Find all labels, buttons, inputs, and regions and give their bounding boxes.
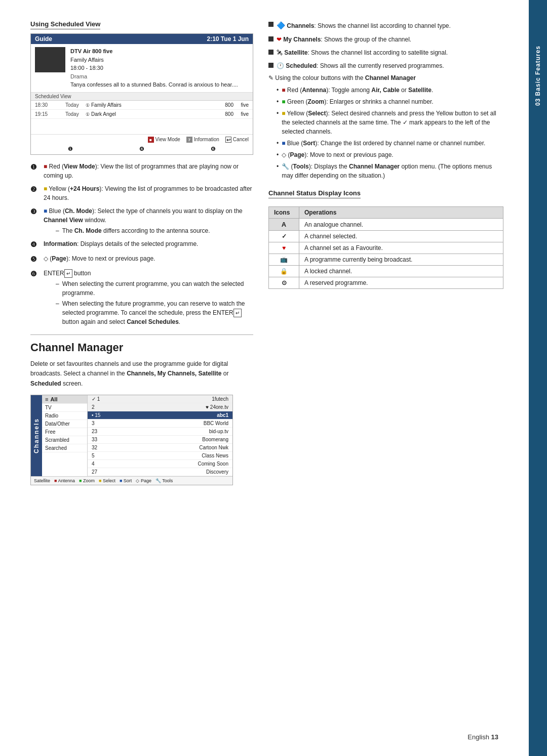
view-mode-btn: ■ View Mode xyxy=(148,137,180,143)
right-bullet-satellite: 🛰 Satellite: Shows the channel list acco… xyxy=(268,48,503,57)
sq-bullet-scheduled xyxy=(268,63,274,68)
channel-status-heading: Channel Status Display Icons xyxy=(268,189,361,198)
cm-top-row-1: ✓ 1 1futech xyxy=(88,395,232,403)
cm-left-searched: Searched xyxy=(42,444,87,452)
guide-genre: Drama xyxy=(70,72,238,81)
colour-yellow: • ■ Yellow (Select): Select desired chan… xyxy=(277,109,503,136)
bullet-num-3: ❸ xyxy=(30,206,41,217)
page-footer: English 13 xyxy=(467,733,498,741)
right-bullet-channels-text: 🔷 Channels: Shows the channel list accor… xyxy=(277,20,451,31)
enter-icon-2: ↵ xyxy=(233,309,242,317)
cancel-btn: ↩ Cancel xyxy=(225,137,249,143)
bullet-num-4: ❹ xyxy=(30,239,41,250)
bullet-3-sub: – The Ch. Mode differs according to the … xyxy=(56,226,253,235)
colour-red: • ■ Red (Antenna): Toggle among Air, Cab… xyxy=(277,86,503,95)
dot-red: • xyxy=(277,86,279,95)
sidebar-tab: 03 Basic Features xyxy=(529,0,547,756)
right-bullet-mychannels-text: ❤ My Channels: Shows the group of the ch… xyxy=(277,35,411,44)
sched-prog-2: ①Dark Angel xyxy=(86,111,216,117)
left-bullet-list: ❶ ■ Red (View Mode): View the list of pr… xyxy=(30,162,253,327)
status-op-broadcast: A programme currently being broadcast. xyxy=(299,254,503,266)
status-icon-fav: ♥ xyxy=(269,242,299,254)
status-icon-analog: A xyxy=(269,219,299,231)
cm-top-row-2: 2 ♥ 24ore.tv xyxy=(88,403,232,411)
colour-tools: • 🔧 (Tools): Displays the Channel Manage… xyxy=(277,162,503,180)
dash-icon: – xyxy=(56,226,59,235)
scheduled-view-heading: Using Scheduled View xyxy=(30,20,100,29)
guide-desc: Tanya confesses all to a stunned Babs. C… xyxy=(70,80,238,89)
ch-num-bid: 23 xyxy=(92,429,97,434)
guide-title: Guide xyxy=(35,35,52,43)
bullet-3: ❸ ■ Blue (Ch. Mode): Select the type of … xyxy=(30,206,253,235)
sub-text-6a: When selecting the current programme, yo… xyxy=(62,279,253,298)
satellite-icon: 🛰 xyxy=(277,49,283,56)
guide-details: DTV Air 800 five Family Affairs 18:00 - … xyxy=(70,47,238,89)
bullet-num-1: ❶ xyxy=(30,162,41,173)
bullet-num-5: ❺ xyxy=(30,254,41,265)
sq-bullet-satellite xyxy=(268,50,274,55)
enter-icon: ↵ xyxy=(64,269,72,278)
status-op-selected: A channel selected. xyxy=(299,231,503,242)
yellow-sq-icon: ■ xyxy=(282,110,285,117)
cm-row-boom: 33 Boomerang xyxy=(88,436,232,444)
heart-icon: ❤ xyxy=(277,36,282,43)
bullet-text-6: ENTER↵ button – When selecting the curre… xyxy=(44,269,253,327)
guide-header: Guide 2:10 Tue 1 Jun xyxy=(31,34,253,44)
free-label: Free xyxy=(45,429,56,435)
section-divider xyxy=(30,334,253,335)
sq-bullet-mychannels xyxy=(268,36,274,41)
channels-icon: 🔷 xyxy=(277,21,285,29)
status-op-locked: A locked channel. xyxy=(299,266,503,277)
footer-tools: 🔧 Tools xyxy=(155,478,173,483)
status-col-operations: Operations xyxy=(299,207,503,219)
sched-ch-1: 800 xyxy=(216,102,233,108)
ch-name-boom: Boomerang xyxy=(202,437,228,442)
sched-type-1: five xyxy=(233,102,249,108)
sched-type-2: five xyxy=(233,111,249,117)
status-row-broadcast: 📺 A programme currently being broadcast. xyxy=(269,254,503,266)
green-sq-icon: ■ xyxy=(282,98,285,105)
ch-num-disc: 27 xyxy=(92,469,97,475)
dot-yellow: • xyxy=(277,109,279,118)
bullet-text-4: Information: Displays details of the sel… xyxy=(44,239,198,248)
ch-name-bid: bid-up.tv xyxy=(209,429,228,434)
status-row-selected: ✓ A channel selected. xyxy=(269,231,503,242)
dot-page: • xyxy=(277,150,279,159)
yellow-square-icon: ■ xyxy=(44,185,47,192)
status-row-analog: A An analogue channel. xyxy=(269,219,503,231)
bullet-text-1: ■ Red (View Mode): View the list of prog… xyxy=(44,162,253,180)
footer-zoom: ■ Zoom xyxy=(79,478,95,483)
bullet-4: ❹ Information: Displays details of the s… xyxy=(30,239,253,250)
right-bullet-scheduled-text: 🕐 Scheduled: Shows all the currently res… xyxy=(277,61,444,70)
ch-name-disc: Discovery xyxy=(206,469,228,475)
guide-channel: DTV Air 800 five xyxy=(70,47,238,56)
red-sq-icon: ■ xyxy=(282,87,285,94)
guide-datetime: 2:10 Tue 1 Jun xyxy=(207,35,249,43)
guide-footer: ■ View Mode 7 Information ↩ Cancel xyxy=(31,134,253,145)
ch-num-boom: 33 xyxy=(92,437,97,442)
sq-bullet-channels xyxy=(268,22,274,27)
red-btn: ■ xyxy=(148,137,154,143)
bullet-6: ❻ ENTER↵ button – When selecting the cur… xyxy=(30,269,253,327)
footer-satellite: Satellite xyxy=(34,478,50,483)
top-row2-right: ♥ 24ore.tv xyxy=(206,404,228,410)
cm-left-tv: TV xyxy=(42,404,87,412)
cm-right-panel: ✓ 1 1futech 2 ♥ 24ore.tv • 15 abc1 xyxy=(88,395,232,476)
bullet-text-3: ■ Blue (Ch. Mode): Select the type of ch… xyxy=(44,206,253,235)
info-btn: 7 Information xyxy=(186,137,219,143)
dot-green: • xyxy=(277,97,279,106)
highlighted-num: • 15 xyxy=(92,412,100,418)
top-row-left: ✓ 1 xyxy=(92,396,100,402)
cm-left-radio: Radio xyxy=(42,412,87,420)
sub-text-6b: When selecting the future programme, you… xyxy=(62,299,253,326)
status-icon-locked: 🔒 xyxy=(269,266,299,277)
colour-note: ✎ Using the colour buttons with the Chan… xyxy=(268,74,503,81)
scrambled-label: Scrambled xyxy=(45,437,69,443)
tools-icon: 🔧 xyxy=(282,163,289,170)
status-row-fav: ♥ A channel set as a Favourite. xyxy=(269,242,503,254)
dot-blue: • xyxy=(277,139,279,148)
status-table: Icons Operations A An analogue channel. … xyxy=(268,206,503,289)
top-row-right: 1futech xyxy=(212,396,228,402)
status-icon-broadcast: 📺 xyxy=(269,254,299,266)
sched-time-1: 18:30 xyxy=(35,102,65,108)
